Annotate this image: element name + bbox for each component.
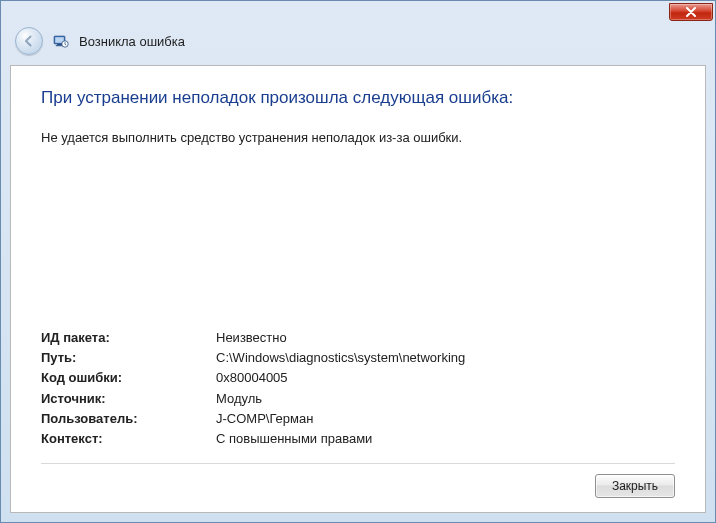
close-icon	[685, 7, 697, 17]
error-heading: При устранении неполадок произошла следу…	[41, 88, 675, 108]
footer: Закрыть	[41, 463, 675, 498]
window-close-button[interactable]	[669, 3, 713, 21]
detail-label: Пользователь:	[41, 409, 216, 429]
detail-label: ИД пакета:	[41, 328, 216, 348]
detail-row: Путь: C:\Windows\diagnostics\system\netw…	[41, 348, 675, 368]
detail-row: Источник: Модуль	[41, 389, 675, 409]
error-message: Не удается выполнить средство устранения…	[41, 130, 675, 145]
details-list: ИД пакета: Неизвестно Путь: C:\Windows\d…	[41, 328, 675, 449]
content-area: При устранении неполадок произошла следу…	[10, 65, 706, 513]
detail-value: J-COMP\Герман	[216, 409, 675, 429]
detail-row: Пользователь: J-COMP\Герман	[41, 409, 675, 429]
svg-rect-2	[57, 44, 62, 45]
window-title: Возникла ошибка	[79, 34, 185, 49]
dialog-window: Возникла ошибка При устранении неполадок…	[0, 0, 716, 523]
detail-value: 0x80004005	[216, 368, 675, 388]
detail-label: Код ошибки:	[41, 368, 216, 388]
detail-label: Путь:	[41, 348, 216, 368]
detail-row: ИД пакета: Неизвестно	[41, 328, 675, 348]
close-button[interactable]: Закрыть	[595, 474, 675, 498]
detail-row: Контекст: С повышенными правами	[41, 429, 675, 449]
troubleshoot-icon	[53, 33, 69, 49]
titlebar	[1, 1, 715, 21]
detail-label: Источник:	[41, 389, 216, 409]
detail-label: Контекст:	[41, 429, 216, 449]
detail-value: C:\Windows\diagnostics\system\networking	[216, 348, 675, 368]
detail-value: С повышенными правами	[216, 429, 675, 449]
arrow-left-icon	[22, 34, 36, 48]
detail-value: Модуль	[216, 389, 675, 409]
back-button[interactable]	[15, 27, 43, 55]
header: Возникла ошибка	[1, 21, 715, 61]
detail-value: Неизвестно	[216, 328, 675, 348]
detail-row: Код ошибки: 0x80004005	[41, 368, 675, 388]
